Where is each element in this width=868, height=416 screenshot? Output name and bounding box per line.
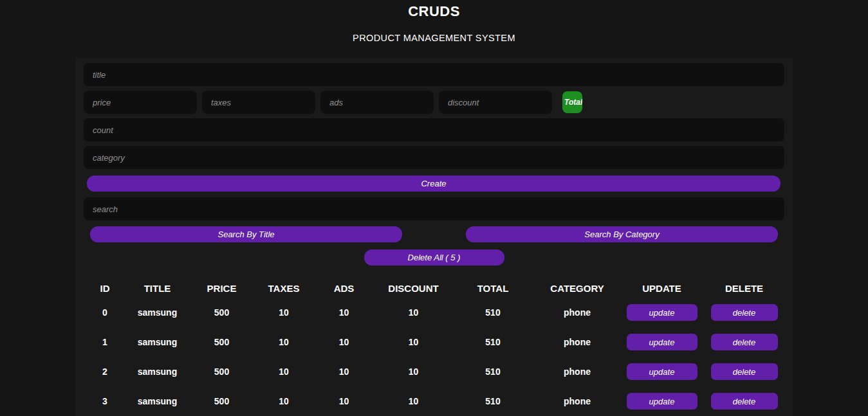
cell-discount: 10 <box>375 396 452 406</box>
cell-update: update <box>620 304 703 321</box>
cell-taxes: 10 <box>255 366 313 377</box>
column-header-category: CATEGORY <box>534 283 620 294</box>
delete-button[interactable]: delete <box>711 334 778 350</box>
cell-title: samsung <box>126 396 189 406</box>
cell-delete: delete <box>703 363 785 380</box>
table-row: 0samsung500101010510phoneupdatedelete <box>84 298 784 327</box>
cell-category: phone <box>534 337 620 347</box>
cell-taxes: 10 <box>255 307 313 318</box>
cell-title: samsung <box>126 366 189 377</box>
cell-discount: 10 <box>375 337 452 347</box>
cell-ads: 10 <box>313 366 375 377</box>
cell-total: 510 <box>452 337 534 347</box>
table-header-row: IDTITLEPRICETAXESADSDISCOUNTTOTALCATEGOR… <box>84 278 784 298</box>
column-header-taxes: TAXES <box>255 283 313 294</box>
column-header-ads: ADS <box>313 283 375 294</box>
app-title: CRUDS <box>0 3 868 20</box>
cell-category: phone <box>534 396 620 406</box>
cell-id: 0 <box>84 307 126 318</box>
cell-discount: 10 <box>375 366 452 377</box>
cell-id: 2 <box>84 366 126 377</box>
table-row: 3samsung500101010510phoneupdatedelete <box>84 386 784 416</box>
cell-price: 500 <box>189 366 255 377</box>
app-subtitle: PRODUCT MANAGEMENT SYSTEM <box>0 33 868 43</box>
update-button[interactable]: update <box>627 393 697 410</box>
search-buttons-row: Search By Title Search By Category <box>84 226 784 242</box>
cell-taxes: 10 <box>255 337 313 347</box>
price-input[interactable] <box>84 91 197 114</box>
search-by-title-button[interactable]: Search By Title <box>90 226 402 242</box>
create-button[interactable]: Create <box>87 176 780 192</box>
search-by-category-button[interactable]: Search By Category <box>466 226 778 242</box>
column-header-delete: DELETE <box>703 283 785 294</box>
update-button[interactable]: update <box>627 334 697 350</box>
cell-update: update <box>620 363 703 380</box>
title-input[interactable] <box>84 63 784 86</box>
column-header-update: UPDATE <box>620 283 703 294</box>
product-table: IDTITLEPRICETAXESADSDISCOUNTTOTALCATEGOR… <box>84 278 784 416</box>
column-header-price: PRICE <box>189 283 255 294</box>
delete-button[interactable]: delete <box>711 304 778 321</box>
cell-delete: delete <box>703 304 785 321</box>
delete-button[interactable]: delete <box>711 393 778 410</box>
taxes-input[interactable] <box>202 91 315 114</box>
cell-ads: 10 <box>313 337 375 347</box>
ads-input[interactable] <box>320 91 434 114</box>
cell-total: 510 <box>452 307 534 318</box>
cell-discount: 10 <box>375 307 452 318</box>
cell-total: 510 <box>452 396 534 406</box>
main-content: Total: Create Search By Title Search By … <box>75 58 793 416</box>
count-input[interactable] <box>84 118 784 141</box>
table-row: 1samsung500101010510phoneupdatedelete <box>84 327 784 357</box>
discount-input[interactable] <box>439 91 552 114</box>
cell-update: update <box>620 393 703 410</box>
cell-price: 500 <box>189 337 255 347</box>
cell-id: 3 <box>84 396 126 406</box>
cell-title: samsung <box>126 337 189 347</box>
cell-ads: 10 <box>313 307 375 318</box>
delete-button[interactable]: delete <box>711 363 778 380</box>
cell-delete: delete <box>703 393 785 410</box>
cell-price: 500 <box>189 307 255 318</box>
cell-total: 510 <box>452 366 534 377</box>
column-header-title: TITLE <box>126 283 189 294</box>
delete-all-button[interactable]: Delete All ( 5 ) <box>364 249 504 266</box>
column-header-discount: DISCOUNT <box>375 283 452 294</box>
cell-category: phone <box>534 307 620 318</box>
cell-update: update <box>620 334 703 350</box>
table-row: 2samsung500101010510phoneupdatedelete <box>84 357 784 386</box>
table-body: 0samsung500101010510phoneupdatedelete1sa… <box>84 298 784 416</box>
category-input[interactable] <box>84 146 784 169</box>
column-header-id: ID <box>84 283 126 294</box>
cell-ads: 10 <box>313 396 375 406</box>
numbers-row: Total: <box>84 91 784 114</box>
cell-id: 1 <box>84 337 126 347</box>
app-header: CRUDS PRODUCT MANAGEMENT SYSTEM <box>0 0 868 43</box>
search-input[interactable] <box>84 197 784 221</box>
cell-taxes: 10 <box>255 396 313 406</box>
total-badge: Total: <box>562 91 582 113</box>
update-button[interactable]: update <box>627 363 697 380</box>
cell-delete: delete <box>703 334 785 350</box>
cell-category: phone <box>534 366 620 377</box>
cell-title: samsung <box>126 307 189 318</box>
column-header-total: TOTAL <box>452 283 534 294</box>
update-button[interactable]: update <box>627 304 697 321</box>
cell-price: 500 <box>189 396 255 406</box>
